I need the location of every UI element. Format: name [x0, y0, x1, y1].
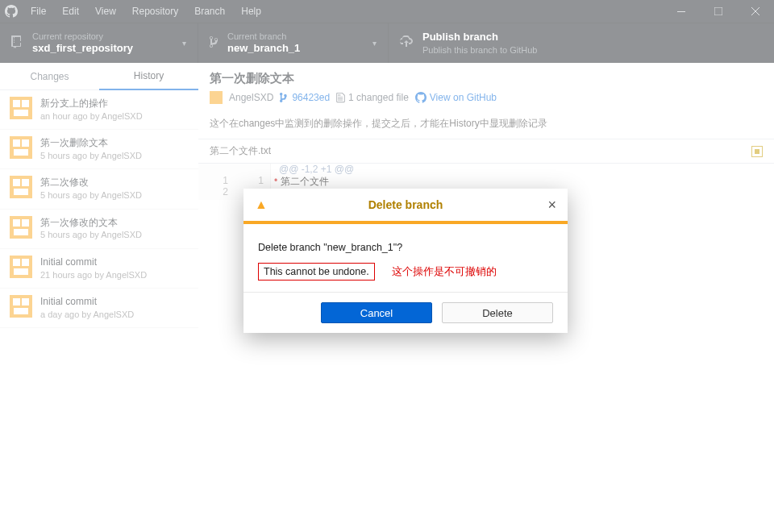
delete-branch-dialog: ▲ Delete branch × Delete branch "new_bra… [243, 189, 568, 333]
delete-button[interactable]: Delete [442, 302, 553, 323]
dialog-message: Delete branch "new_branch_1"? [258, 242, 553, 253]
close-icon[interactable]: × [547, 197, 556, 214]
dialog-warning: This cannot be undone. [258, 263, 375, 281]
dialog-annotation: 这个操作是不可撤销的 [392, 265, 497, 277]
cancel-button[interactable]: Cancel [321, 302, 432, 323]
dialog-title: Delete branch [243, 198, 568, 211]
